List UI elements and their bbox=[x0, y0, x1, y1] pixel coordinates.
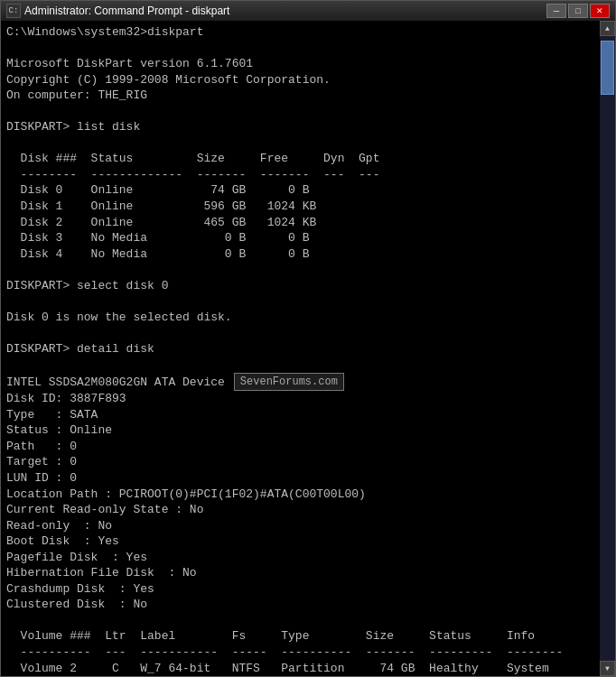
close-button[interactable]: ✕ bbox=[590, 4, 610, 18]
maximize-button[interactable]: □ bbox=[568, 4, 588, 18]
title-bar: C: Administrator: Command Prompt - diskp… bbox=[1, 1, 615, 21]
minimize-button[interactable]: ─ bbox=[546, 4, 566, 18]
window-icon: C: bbox=[6, 4, 21, 18]
scroll-thumb[interactable] bbox=[601, 41, 614, 95]
watermark-badge: SevenForums.com bbox=[234, 373, 344, 391]
title-bar-text: Administrator: Command Prompt - diskpart bbox=[24, 5, 546, 17]
window: C: Administrator: Command Prompt - diskp… bbox=[0, 0, 616, 677]
terminal-output[interactable]: C:\Windows\system32>diskpart Microsoft D… bbox=[1, 21, 600, 676]
scroll-track[interactable] bbox=[600, 36, 615, 661]
content-area: C:\Windows\system32>diskpart Microsoft D… bbox=[1, 21, 615, 676]
scrollbar[interactable]: ▲ ▼ bbox=[600, 21, 615, 676]
title-bar-buttons: ─ □ ✕ bbox=[546, 4, 610, 18]
scroll-down-arrow[interactable]: ▼ bbox=[600, 661, 615, 676]
scroll-up-arrow[interactable]: ▲ bbox=[600, 21, 615, 36]
